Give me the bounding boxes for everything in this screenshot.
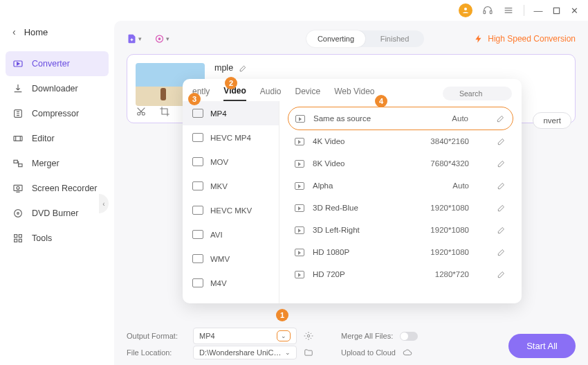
screen-recorder-icon <box>12 183 24 194</box>
file-name: mple <box>214 63 248 73</box>
format-hevc-mkv[interactable]: HEVC MKV <box>183 198 279 222</box>
folder-icon[interactable] <box>304 348 313 357</box>
svg-rect-6 <box>553 8 559 13</box>
edit-preset-icon[interactable] <box>497 269 506 279</box>
format-mkv[interactable]: MKV <box>183 174 279 198</box>
nav-label: DVD Burner <box>32 208 78 218</box>
svg-rect-1 <box>484 11 486 14</box>
edit-preset-icon[interactable] <box>497 225 506 235</box>
maximize-button[interactable] <box>552 6 560 15</box>
tab-device[interactable]: Device <box>295 87 321 100</box>
merger-icon <box>12 158 24 169</box>
avatar-icon[interactable] <box>459 3 472 17</box>
svg-point-17 <box>15 210 22 217</box>
format-search-input[interactable] <box>443 87 512 100</box>
nav-label: Converter <box>32 59 70 69</box>
tab-audio[interactable]: Audio <box>260 87 282 100</box>
format-mov[interactable]: MOV <box>183 150 279 174</box>
merge-toggle[interactable] <box>400 332 418 341</box>
preset-hd-1080p[interactable]: HD 1080P1920*1080 <box>288 241 513 263</box>
cloud-icon[interactable] <box>403 348 412 357</box>
preset-icon <box>295 271 304 278</box>
format-icon <box>192 157 203 166</box>
sidebar-item-compressor[interactable]: Compressor <box>0 101 114 126</box>
format-mp4[interactable]: MP4 <box>183 101 279 125</box>
preset-hd-720p[interactable]: HD 720P1280*720 <box>288 263 513 285</box>
svg-rect-14 <box>14 185 22 190</box>
sidebar-item-editor[interactable]: Editor <box>0 126 114 151</box>
minimize-button[interactable]: — <box>534 6 542 15</box>
svg-point-18 <box>17 213 19 215</box>
sidebar-item-merger[interactable]: Merger <box>0 151 114 176</box>
file-tools <box>136 106 170 117</box>
svg-rect-19 <box>15 235 17 238</box>
tab-finished[interactable]: Finished <box>365 35 424 43</box>
merge-label: Merge All Files: <box>341 332 393 340</box>
format-hevc-mp4[interactable]: HEVC MP4 <box>183 125 279 150</box>
format-wmv[interactable]: WMV <box>183 247 279 271</box>
output-format-select[interactable]: MP4 ⌄ <box>193 328 297 344</box>
nav-label: Merger <box>32 159 59 168</box>
preset-icon <box>295 182 304 190</box>
settings-icon[interactable] <box>304 331 313 341</box>
upload-cloud-label: Upload to Cloud <box>341 348 396 357</box>
menu-icon[interactable] <box>503 5 514 16</box>
format-avi[interactable]: AVI <box>183 222 279 247</box>
add-file-button[interactable]: ▾ <box>127 31 142 46</box>
edit-preset-icon[interactable] <box>497 181 506 190</box>
format-icon <box>192 230 203 239</box>
sidebar-item-converter[interactable]: Converter <box>6 51 109 76</box>
preset-icon <box>295 204 304 212</box>
file-location-select[interactable]: D:\Wondershare UniConverter 1 ⌄ <box>193 346 297 359</box>
home-nav[interactable]: ‹ Home <box>0 21 114 43</box>
tools-icon <box>12 233 24 244</box>
nav-label: Compressor <box>32 109 79 118</box>
svg-point-15 <box>17 186 19 189</box>
nav-label: Tools <box>32 233 52 243</box>
start-all-button[interactable]: Start All <box>508 334 576 358</box>
svg-point-0 <box>464 8 467 10</box>
preset-icon <box>295 249 304 256</box>
preset-3d-red-blue[interactable]: 3D Red-Blue1920*1080 <box>288 197 513 219</box>
edit-preset-icon[interactable] <box>497 159 506 168</box>
format-icon <box>192 109 203 118</box>
preset-8k[interactable]: 8K Video7680*4320 <box>288 152 513 175</box>
sidebar-item-dvd-burner[interactable]: DVD Burner <box>0 201 114 226</box>
sidebar-item-screen-recorder[interactable]: Screen Recorder <box>0 176 114 201</box>
sidebar-item-tools[interactable]: Tools <box>0 226 114 251</box>
trim-icon[interactable] <box>136 106 147 117</box>
convert-button[interactable]: nvert <box>533 112 571 129</box>
preset-same-as-source[interactable]: Same as sourceAuto <box>288 107 513 130</box>
tab-converting[interactable]: Converting <box>306 30 365 47</box>
step-badge-4: 4 <box>375 95 387 107</box>
top-toolbar: ▾ ▾ Converting Finished High Speed Conve… <box>127 30 576 47</box>
high-speed-link[interactable]: High Speed Conversion <box>474 34 576 44</box>
svg-rect-13 <box>19 164 22 167</box>
headset-icon[interactable] <box>482 5 493 16</box>
edit-preset-icon[interactable] <box>497 203 506 213</box>
svg-rect-12 <box>14 160 17 163</box>
footer: Output Format: MP4 ⌄ Merge All Files: Fi… <box>127 328 576 361</box>
preset-icon <box>295 226 304 234</box>
high-speed-label: High Speed Conversion <box>488 34 576 44</box>
preset-4k[interactable]: 4K Video3840*2160 <box>288 130 513 152</box>
crop-icon[interactable] <box>159 106 170 117</box>
edit-name-icon[interactable] <box>239 64 248 73</box>
preset-icon <box>295 160 304 168</box>
preset-list: Same as sourceAuto 4K Video3840*2160 8K … <box>279 101 522 303</box>
format-icon <box>192 133 203 142</box>
nav-label: Downloader <box>32 84 78 94</box>
preset-icon <box>295 115 305 123</box>
output-format-chevron-icon[interactable]: ⌄ <box>277 330 291 341</box>
add-dvd-button[interactable]: ▾ <box>154 31 169 46</box>
tab-web-video[interactable]: Web Video <box>334 87 374 100</box>
edit-preset-icon[interactable] <box>497 136 506 146</box>
format-m4v[interactable]: M4V <box>183 271 279 295</box>
compressor-icon <box>12 108 24 119</box>
edit-preset-icon[interactable] <box>496 114 506 123</box>
close-button[interactable]: ✕ <box>570 6 578 15</box>
preset-alpha[interactable]: AlphaAuto <box>288 175 513 197</box>
sidebar-item-downloader[interactable]: Downloader <box>0 76 114 101</box>
preset-3d-left-right[interactable]: 3D Left-Right1920*1080 <box>288 219 513 241</box>
edit-preset-icon[interactable] <box>497 247 506 257</box>
